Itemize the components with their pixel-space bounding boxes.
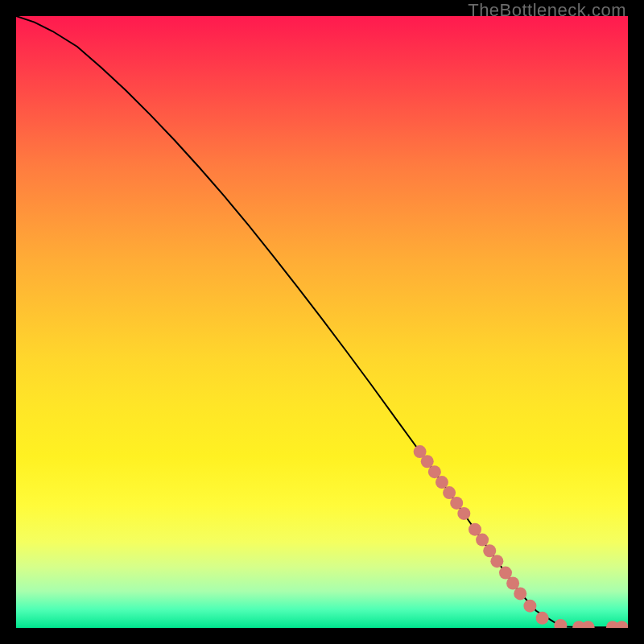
chart-stage: TheBottleneck.com (0, 0, 644, 644)
data-dot (428, 465, 441, 478)
data-dot (421, 455, 434, 468)
data-dot (523, 600, 536, 613)
chart-svg (16, 16, 628, 628)
data-dot (443, 486, 456, 499)
data-dot (506, 577, 519, 590)
data-dot (615, 621, 628, 628)
data-dot (476, 534, 489, 547)
data-dot (499, 567, 512, 580)
data-dot (536, 612, 549, 625)
data-dot (436, 476, 448, 489)
data-dot (514, 587, 526, 600)
dot-layer (414, 445, 628, 628)
watermark-text: TheBottleneck.com (468, 0, 626, 21)
data-dot (490, 555, 503, 568)
data-dot (457, 507, 470, 520)
data-dot (469, 523, 481, 536)
plot-area (16, 16, 628, 628)
data-dot (582, 621, 595, 628)
data-dot (554, 619, 567, 628)
curve-line (16, 16, 628, 627)
data-dot (483, 544, 496, 557)
data-dot (450, 497, 463, 510)
